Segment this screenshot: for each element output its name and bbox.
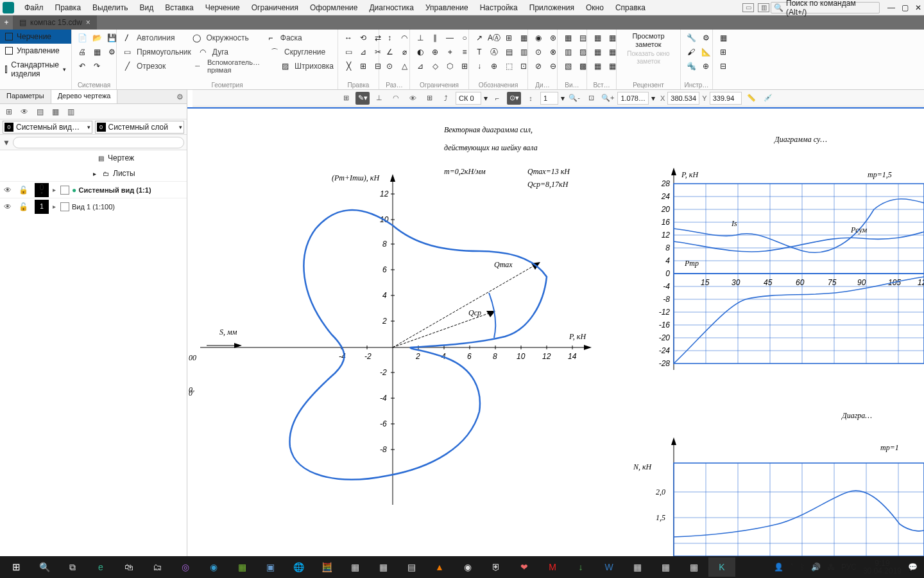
tree-t3[interactable]: ▤ [33, 105, 46, 118]
menu-edit[interactable]: Правка [50, 2, 87, 13]
maximize-button[interactable]: ▢ [902, 3, 909, 12]
props-button[interactable]: ⚙ [105, 46, 118, 58]
zoom-out-icon[interactable]: 🔍- [567, 92, 581, 105]
a3[interactable]: ⊞ [502, 31, 515, 44]
mode-manage[interactable]: Управление [0, 44, 71, 58]
menu-view[interactable]: Вид [134, 2, 158, 13]
a9[interactable]: ↓ [473, 60, 486, 73]
tan-icon[interactable]: ◠ [389, 92, 403, 105]
lang-indicator[interactable]: РУС [841, 563, 857, 572]
g5[interactable]: ⊘ [532, 60, 545, 73]
axis-icon[interactable]: ⤴ [439, 92, 453, 105]
notes-title[interactable]: Просмотр заметок [620, 31, 676, 50]
tree-view-1[interactable]: 👁🔓 1 ▸ Вид 1 (1:100) [0, 198, 187, 215]
t5[interactable]: ⊿ [357, 46, 370, 58]
taskview-icon[interactable]: ⧉ [59, 557, 86, 577]
c9[interactable]: ⊿ [414, 60, 427, 73]
circle-icon[interactable]: ◯ [190, 31, 203, 44]
print-button[interactable]: 🖨 [76, 46, 89, 58]
a1[interactable]: ↗ [473, 31, 486, 44]
new-file-button[interactable]: 📄 [76, 31, 89, 44]
redo-button[interactable]: ↷ [90, 60, 103, 73]
fillet-icon[interactable]: ⌒ [268, 46, 281, 58]
edge-icon[interactable]: e [87, 557, 114, 577]
net-icon[interactable]: 🖧 [827, 563, 835, 572]
circle-button[interactable]: Окружность [205, 33, 248, 42]
fillet-button[interactable]: Скругление [283, 48, 325, 57]
store-icon[interactable]: 🛍 [116, 557, 142, 577]
hatch-button[interactable]: Штриховка [293, 62, 334, 71]
vol-icon[interactable]: 🔊 [811, 563, 821, 572]
d5[interactable]: ⊙ [383, 60, 396, 73]
app-icon[interactable]: ▣ [257, 557, 284, 577]
c3[interactable]: — [443, 31, 456, 44]
grid-icon[interactable]: ⊞ [422, 92, 436, 105]
menu-window[interactable]: Окно [581, 2, 609, 13]
word-icon[interactable]: W [595, 557, 622, 577]
eye-icon[interactable]: 👁 [0, 186, 15, 195]
bt-icon[interactable]: ᛒ [800, 563, 805, 572]
vlc-icon[interactable]: ▲ [426, 557, 453, 577]
clock[interactable]: 9:19 30.04.2019 [863, 559, 902, 575]
calc-icon[interactable]: 🧮 [313, 557, 340, 577]
chamfer-button[interactable]: Фаска [279, 33, 302, 42]
search-icon[interactable]: 🔍 [31, 557, 58, 577]
app-icon[interactable]: ▦ [341, 557, 368, 577]
mediaget-icon[interactable]: ↓ [567, 557, 594, 577]
c2[interactable]: ∥ [429, 31, 441, 44]
auxline-button[interactable]: Вспомогатель… прямая [206, 58, 273, 74]
tree-t5[interactable]: ▥ [64, 105, 77, 118]
tab-params[interactable]: Параметры [0, 90, 51, 103]
app-icon[interactable]: ▦ [624, 557, 651, 577]
tree-root[interactable]: ▤Чертеж [0, 150, 187, 166]
rect-icon[interactable]: ▭ [121, 46, 133, 58]
tree-search[interactable] [13, 137, 184, 148]
i1[interactable]: ▦ [591, 31, 604, 44]
tab-tree[interactable]: Дерево чертежа [51, 90, 118, 103]
new-tab-button[interactable]: + [0, 15, 13, 30]
chrome-icon[interactable]: 🌐 [285, 557, 312, 577]
explorer-icon[interactable]: 🗂 [144, 557, 171, 577]
pen-icon[interactable]: ✎▾ [355, 92, 370, 105]
tree-t1[interactable]: ⊞ [3, 105, 15, 118]
layout-2-icon[interactable]: ▥ [758, 3, 769, 12]
layer-combo[interactable]: 0Системный слой▾ [95, 121, 185, 134]
e2[interactable]: ⊞ [717, 46, 730, 58]
d6[interactable]: △ [398, 60, 411, 73]
kompas-icon[interactable]: K [708, 557, 735, 577]
t8[interactable]: ⊞ [357, 60, 370, 73]
c5[interactable]: ◐ [414, 46, 427, 58]
c1[interactable]: ⊥ [414, 31, 427, 44]
a6[interactable]: Ⓐ [488, 46, 501, 58]
filter-icon[interactable]: ▼ [3, 138, 10, 147]
menu-insert[interactable]: Вставка [160, 2, 199, 13]
rect-button[interactable]: Прямоугольник [135, 48, 191, 57]
c6[interactable]: ⊕ [429, 46, 441, 58]
x-field[interactable]: 380.534 [667, 92, 699, 105]
eye-icon[interactable]: 👁 [406, 92, 420, 105]
drawing-canvas[interactable]: Векторная диаграмма сил, действующих на … [187, 107, 924, 556]
save-button[interactable]: 💾 [105, 31, 118, 44]
autoline-icon[interactable]: 〳 [121, 31, 133, 44]
app-icon[interactable]: ▦ [370, 557, 397, 577]
zoom-field[interactable]: 1.078… [617, 92, 649, 105]
menu-diagnostics[interactable]: Диагностика [364, 2, 419, 13]
scale-field[interactable]: 1 [540, 92, 558, 105]
nvidia-icon[interactable]: ▦ [228, 557, 255, 577]
menu-drawing[interactable]: Черчение [200, 2, 245, 13]
mode-drawing[interactable]: Черчение [0, 30, 71, 44]
mode-std[interactable]: Стандартные изделия▾ [0, 58, 71, 81]
t7[interactable]: ╳ [342, 60, 355, 73]
snap-icon[interactable]: ⊞ [339, 92, 353, 105]
cs-field[interactable]: СК 0 [456, 92, 481, 105]
app-icon[interactable]: ▦ [680, 557, 707, 577]
arc-button[interactable]: Дуга [211, 48, 228, 57]
i5[interactable]: ▦ [591, 60, 604, 73]
x1[interactable]: 🔧 [685, 31, 697, 44]
a10[interactable]: ⊕ [488, 60, 501, 73]
layout-1-icon[interactable]: ▭ [742, 3, 754, 12]
mega-icon[interactable]: M [539, 557, 566, 577]
x2[interactable]: ⚙ [699, 31, 712, 44]
zoom-in-icon[interactable]: 🔍+ [601, 92, 615, 105]
menu-constraints[interactable]: Ограничения [246, 2, 304, 13]
